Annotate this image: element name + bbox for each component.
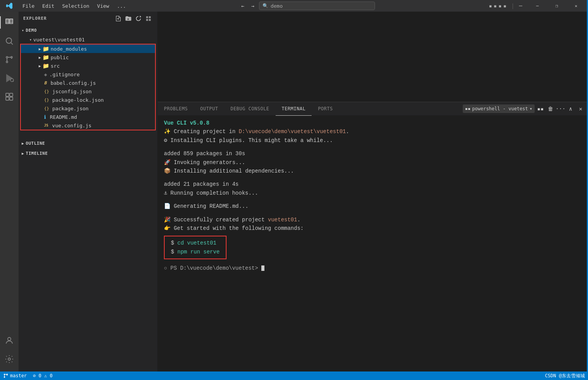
tree-item-public[interactable]: ▶ 📁 public — [21, 53, 155, 62]
kill-terminal-button[interactable]: 🗑 — [546, 104, 555, 113]
file-item-vue-config[interactable]: JS vue.config.js — [21, 121, 155, 130]
file-item-babel[interactable]: B babel.config.js — [21, 79, 155, 87]
tab-output[interactable]: OUTPUT — [194, 102, 224, 116]
menu-file[interactable]: File — [19, 0, 38, 12]
tab-problems[interactable]: PROBLEMS — [158, 102, 194, 116]
folder-icon: 📁 — [43, 46, 49, 52]
chevron-right-icon: ▶ — [39, 47, 41, 51]
activity-bar — [0, 12, 19, 371]
panel-actions: ▪▪ powershell - vuetest ▾ ▪▪ 🗑 ··· ∧ ✕ — [463, 104, 588, 113]
outline-section: ▶ OUTLINE ▶ TIMELINE — [19, 138, 157, 158]
close-button[interactable]: ✕ — [567, 0, 585, 12]
layout-icon-2: ▪ — [494, 3, 497, 9]
activity-run[interactable] — [0, 69, 19, 87]
activity-explorer[interactable] — [0, 13, 19, 32]
chevron-right-icon: ▶ — [39, 64, 41, 68]
new-file-button[interactable] — [114, 14, 123, 23]
outline-header[interactable]: ▶ OUTLINE — [19, 138, 157, 148]
more-actions-button[interactable]: ··· — [556, 104, 565, 113]
term-line-generating: 📄 Generating README.md... — [164, 202, 582, 211]
activity-account[interactable] — [0, 331, 19, 350]
file-item-jsconfig[interactable]: {} jsconfig.json — [21, 87, 155, 96]
file-item-package[interactable]: {} package.json — [21, 104, 155, 113]
split-terminal-button[interactable]: ▪▪ — [536, 104, 545, 113]
svg-line-3 — [11, 43, 13, 45]
tree-item-node-modules[interactable]: ▶ 📁 node_modules — [21, 45, 155, 53]
vscode-watermark — [338, 12, 408, 102]
timeline-header[interactable]: ▶ TIMELINE — [19, 148, 157, 158]
minimize-button[interactable]: ─ — [528, 0, 546, 12]
term-prompt: ○ PS D:\vuecode\demo\vuetest> — [164, 264, 582, 272]
terminal-split-icon: ▪▪ — [465, 106, 470, 111]
main-area: EXPLORER — [0, 12, 588, 371]
tree-path-vuetest[interactable]: ▾ vuetest\vuetest01 — [19, 35, 157, 44]
vscode-icon — [0, 2, 19, 9]
editor-content — [158, 12, 588, 102]
svg-rect-11 — [10, 93, 13, 96]
svg-point-16 — [4, 374, 5, 375]
status-right: CSDN @东去雪倾城 — [542, 371, 588, 380]
chevron-right-icon: ▶ — [22, 141, 24, 145]
panel: PROBLEMS OUTPUT DEBUG CONSOLE TERMINAL P… — [158, 102, 588, 371]
layout-icon-3: ▪ — [498, 3, 501, 9]
restore-button[interactable]: ❐ — [548, 0, 566, 12]
panel-close-button[interactable]: ✕ — [576, 104, 585, 113]
commands-box: $ cd vuetest01 $ npm run serve — [164, 236, 227, 259]
activity-search[interactable] — [0, 32, 19, 50]
tab-debug-console[interactable]: DEBUG CONSOLE — [224, 102, 275, 116]
svg-marker-7 — [7, 75, 12, 82]
file-item-gitignore[interactable]: ◈ .gitignore — [21, 70, 155, 79]
collapse-button[interactable] — [144, 14, 153, 23]
term-cmd-box: $ cd vuetest01 $ npm run serve — [164, 236, 582, 259]
menu-more[interactable]: ... — [113, 0, 130, 12]
terminal-body[interactable]: Vue CLI v5.0.8 ✨ Creating project in D:\… — [158, 116, 588, 371]
menu-view[interactable]: View — [93, 0, 113, 12]
menu-edit[interactable]: Edit — [38, 0, 58, 12]
status-bar: master ⊘ 0 ⚠ 0 CSDN @东去雪倾城 — [0, 371, 588, 380]
tab-ports[interactable]: PORTS — [312, 102, 339, 116]
term-line-header: Vue CLI v5.0.8 — [164, 119, 582, 127]
file-item-readme[interactable]: ℹ README.md — [21, 113, 155, 121]
tree-item-src[interactable]: ▶ 📁 src — [21, 62, 155, 70]
titlebar-center: ← → 🔍 demo — [130, 0, 484, 12]
activity-settings[interactable] — [0, 350, 19, 368]
file-item-package-lock[interactable]: {} package-lock.json — [21, 96, 155, 104]
svg-point-6 — [6, 61, 8, 63]
folder-icon: 📁 — [43, 54, 49, 60]
status-csdn[interactable]: CSDN @东去雪倾城 — [542, 371, 588, 380]
terminal-label-btn[interactable]: ▪▪ powershell - vuetest ▾ — [463, 104, 535, 113]
activity-extensions[interactable] — [0, 87, 19, 106]
gitignore-icon: ◈ — [44, 72, 47, 77]
term-line-installing: ⚙️ Installing CLI plugins. This might ta… — [164, 136, 582, 145]
status-errors[interactable]: ⊘ 0 ⚠ 0 — [30, 371, 56, 380]
tab-terminal[interactable]: TERMINAL — [276, 102, 312, 116]
svg-rect-13 — [10, 97, 13, 100]
titlebar: File Edit Selection View ... ← → 🔍 demo … — [0, 0, 588, 12]
activity-source-control[interactable] — [0, 50, 19, 69]
chevron-down-icon: ▾ — [29, 38, 32, 42]
js-icon: JS — [44, 123, 48, 127]
nav-forward[interactable]: → — [249, 0, 257, 12]
editor-area: PROBLEMS OUTPUT DEBUG CONSOLE TERMINAL P… — [158, 12, 588, 371]
svg-point-15 — [8, 358, 10, 360]
new-folder-button[interactable] — [124, 14, 133, 23]
panel-up-button[interactable]: ∧ — [566, 104, 575, 113]
chevron-right-icon: ▶ — [39, 55, 41, 60]
json-icon: {} — [44, 106, 49, 111]
term-line-invoking: 🚀 Invoking generators... — [164, 158, 582, 167]
nav-back[interactable]: ← — [239, 0, 247, 12]
svg-point-18 — [4, 377, 5, 378]
svg-point-14 — [8, 337, 11, 341]
svg-rect-12 — [6, 97, 9, 100]
cursor — [261, 265, 264, 271]
search-bar[interactable]: 🔍 demo — [259, 2, 375, 10]
search-icon: 🔍 — [262, 3, 268, 9]
refresh-button[interactable] — [134, 14, 143, 23]
term-line-additional: 📦 Installing additional dependencies... — [164, 167, 582, 175]
cmd-npm: $ npm run serve — [171, 248, 220, 256]
sidebar: EXPLORER — [19, 12, 158, 371]
menu-selection[interactable]: Selection — [58, 0, 93, 12]
tree-root-demo[interactable]: ▾ DEMO — [19, 25, 157, 35]
status-branch[interactable]: master — [0, 371, 30, 380]
cmd-cd: $ cd vuetest01 — [171, 239, 220, 247]
